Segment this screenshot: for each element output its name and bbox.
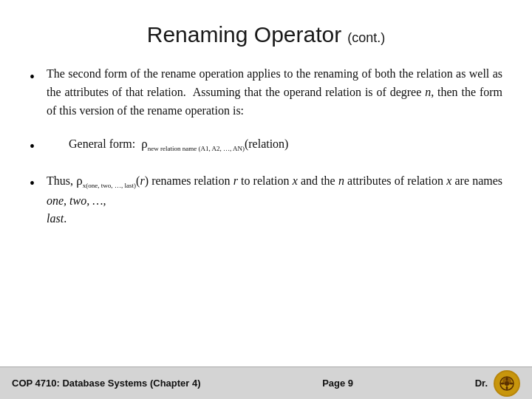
svg-point-1 bbox=[505, 381, 509, 386]
university-logo bbox=[494, 370, 520, 397]
bullet-text-1: The second form of the rename operation … bbox=[47, 65, 502, 120]
title-row: Renaming Operator (cont.) bbox=[30, 22, 502, 47]
slide-title-cont: (cont.) bbox=[347, 30, 385, 46]
slide-title-main: Renaming Operator bbox=[147, 22, 341, 47]
footer-dr: Dr. bbox=[475, 378, 488, 389]
bullet-dot-2: • bbox=[30, 136, 35, 157]
footer: COP 4710: Database Systems (Chapter 4) P… bbox=[0, 366, 532, 399]
footer-right: Dr. bbox=[475, 370, 520, 397]
footer-course: COP 4710: Database Systems (Chapter 4) bbox=[12, 378, 201, 389]
rho-subscript-2: x(one, two, …, last) bbox=[83, 183, 136, 190]
bullet-dot-3: • bbox=[30, 173, 35, 194]
rho-symbol-1: ρ bbox=[141, 137, 147, 151]
content-area: Renaming Operator (cont.) • The second f… bbox=[0, 0, 532, 366]
footer-page: Page 9 bbox=[322, 378, 353, 389]
rho-subscript-1: new relation name (A1, A2, …, AN) bbox=[148, 146, 245, 153]
bullet-text-2: General form: ρnew relation name (A1, A2… bbox=[69, 134, 288, 154]
bullet-text-3: Thus, ρx(one, two, …, last)(r) renames r… bbox=[47, 171, 502, 228]
rho-symbol-2: ρ bbox=[76, 174, 82, 188]
bullet-item-3: • Thus, ρx(one, two, …, last)(r) renames… bbox=[30, 171, 502, 228]
bullet-item-1: • The second form of the rename operatio… bbox=[30, 65, 502, 120]
bullet-dot-1: • bbox=[30, 66, 35, 87]
bullet-item-2: • General form: ρnew relation name (A1, … bbox=[30, 134, 502, 157]
bullet-section: • The second form of the rename operatio… bbox=[30, 65, 502, 228]
slide: Renaming Operator (cont.) • The second f… bbox=[0, 0, 532, 399]
logo-svg bbox=[494, 371, 519, 396]
